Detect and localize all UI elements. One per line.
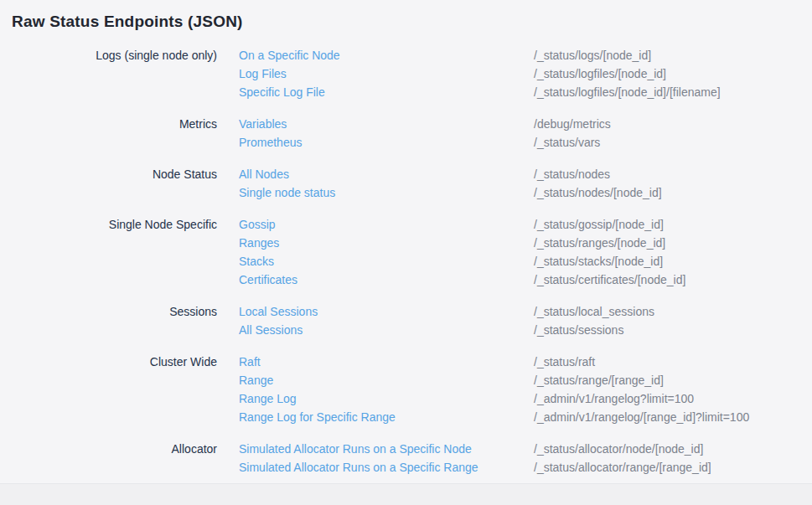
page-bottom-strip xyxy=(0,483,812,505)
endpoint-path: /_admin/v1/rangelog?limit=100 xyxy=(534,389,812,408)
endpoint-link[interactable]: Range xyxy=(217,371,534,389)
endpoint-path: /_status/vars xyxy=(534,133,812,152)
endpoint-row: Log Files /_status/logfiles/[node_id] xyxy=(0,64,812,83)
endpoint-path: /_status/local_sessions xyxy=(534,302,812,321)
category-label-sessions: Sessions xyxy=(0,302,217,321)
endpoint-path: /_status/nodes/[node_id] xyxy=(534,183,812,202)
endpoint-row: Node Status All Nodes /_status/nodes xyxy=(0,165,812,183)
endpoint-path: /_status/logfiles/[node_id] xyxy=(534,64,812,83)
endpoint-link[interactable]: Ranges xyxy=(217,234,534,252)
endpoint-path: /_status/sessions xyxy=(534,321,812,339)
endpoint-path: /_status/nodes xyxy=(534,165,812,183)
endpoint-link[interactable]: Certificates xyxy=(217,271,534,289)
endpoint-path: /_admin/v1/rangelog/[range_id]?limit=100 xyxy=(534,408,812,426)
endpoint-link[interactable]: Log Files xyxy=(217,64,534,83)
endpoint-row: Simulated Allocator Runs on a Specific R… xyxy=(0,458,812,477)
endpoint-link[interactable]: Range Log xyxy=(217,389,534,408)
endpoint-link[interactable]: All Nodes xyxy=(217,165,534,183)
endpoint-row: Single Node Specific Gossip /_status/gos… xyxy=(0,215,812,234)
raw-status-endpoints-panel: Raw Status Endpoints (JSON) Logs (single… xyxy=(0,0,812,483)
page-title: Raw Status Endpoints (JSON) xyxy=(12,11,812,33)
endpoint-link[interactable]: Range Log for Specific Range xyxy=(217,408,534,426)
category-label-allocator: Allocator xyxy=(0,440,217,458)
endpoint-link[interactable]: Raft xyxy=(217,353,534,371)
endpoint-path: /_status/certificates/[node_id] xyxy=(534,271,812,289)
endpoint-link[interactable]: Simulated Allocator Runs on a Specific N… xyxy=(217,440,534,458)
endpoint-link[interactable]: Stacks xyxy=(217,252,534,271)
endpoint-path: /_status/range/[range_id] xyxy=(534,371,812,389)
endpoint-link[interactable]: On a Specific Node xyxy=(217,46,534,64)
endpoint-row: All Sessions /_status/sessions xyxy=(0,321,812,339)
endpoint-link[interactable]: Gossip xyxy=(217,215,534,234)
endpoint-row: Prometheus /_status/vars xyxy=(0,133,812,152)
endpoint-row: Specific Log File /_status/logfiles/[nod… xyxy=(0,83,812,101)
endpoint-row: Certificates /_status/certificates/[node… xyxy=(0,271,812,289)
category-label-metrics: Metrics xyxy=(0,115,217,133)
category-label-logs: Logs (single node only) xyxy=(0,46,217,64)
endpoint-path: /_status/raft xyxy=(534,353,812,371)
category-label-cluster-wide: Cluster Wide xyxy=(0,353,217,371)
endpoint-path: /_status/ranges/[node_id] xyxy=(534,234,812,252)
category-label-single-node-specific: Single Node Specific xyxy=(0,215,217,234)
endpoint-path: /_status/logs/[node_id] xyxy=(534,46,812,64)
endpoint-link[interactable]: All Sessions xyxy=(217,321,534,339)
endpoint-link[interactable]: Local Sessions xyxy=(217,302,534,321)
endpoint-link[interactable]: Variables xyxy=(217,115,534,133)
category-label-node-status: Node Status xyxy=(0,165,217,183)
endpoint-path: /_status/logfiles/[node_id]/[filename] xyxy=(534,83,812,101)
endpoint-path: /_status/allocator/range/[range_id] xyxy=(534,458,812,477)
endpoint-row: Cluster Wide Raft /_status/raft xyxy=(0,353,812,371)
endpoint-row: Allocator Simulated Allocator Runs on a … xyxy=(0,440,812,458)
endpoint-link[interactable]: Specific Log File xyxy=(217,83,534,101)
endpoint-path: /_status/stacks/[node_id] xyxy=(534,252,812,271)
endpoint-row: Sessions Local Sessions /_status/local_s… xyxy=(0,302,812,321)
endpoint-row: Metrics Variables /debug/metrics xyxy=(0,115,812,133)
endpoint-row: Range Log /_admin/v1/rangelog?limit=100 xyxy=(0,389,812,408)
endpoint-row: Range /_status/range/[range_id] xyxy=(0,371,812,389)
endpoint-row: Ranges /_status/ranges/[node_id] xyxy=(0,234,812,252)
endpoint-link[interactable]: Single node status xyxy=(217,183,534,202)
endpoint-row: Single node status /_status/nodes/[node_… xyxy=(0,183,812,202)
endpoint-link[interactable]: Prometheus xyxy=(217,133,534,152)
endpoints-table: Logs (single node only) On a Specific No… xyxy=(0,46,812,477)
endpoint-row: Logs (single node only) On a Specific No… xyxy=(0,46,812,64)
endpoint-link[interactable]: Simulated Allocator Runs on a Specific R… xyxy=(217,458,534,477)
endpoint-row: Stacks /_status/stacks/[node_id] xyxy=(0,252,812,271)
endpoint-path: /debug/metrics xyxy=(534,115,812,133)
endpoint-path: /_status/allocator/node/[node_id] xyxy=(534,440,812,458)
endpoint-path: /_status/gossip/[node_id] xyxy=(534,215,812,234)
endpoint-row: Range Log for Specific Range /_admin/v1/… xyxy=(0,408,812,426)
